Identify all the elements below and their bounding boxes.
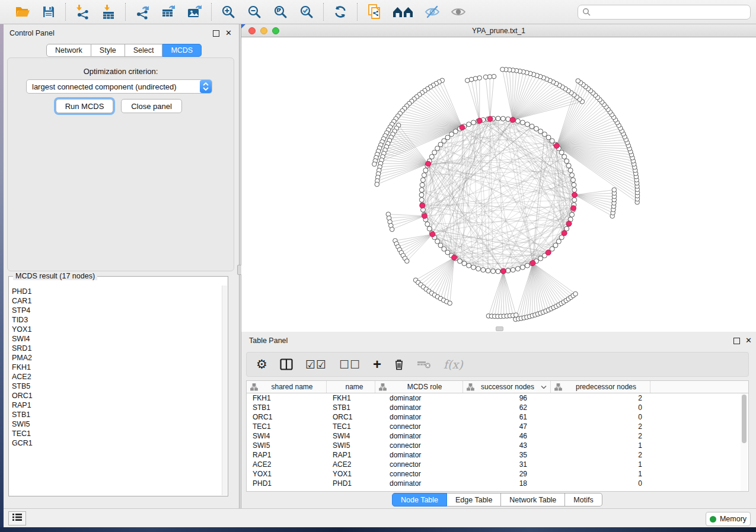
mcds-hub-node[interactable] xyxy=(571,206,576,211)
network-node[interactable] xyxy=(445,135,450,140)
network-node[interactable] xyxy=(404,259,409,264)
table-row[interactable]: SWI4SWI4dominator462 xyxy=(247,431,748,441)
network-node[interactable] xyxy=(483,75,488,79)
refresh-button[interactable] xyxy=(331,3,349,21)
network-node[interactable] xyxy=(481,268,486,273)
close-panel-button[interactable]: Close panel xyxy=(121,99,182,113)
table-row[interactable]: RAP1RAP1dominator352 xyxy=(247,450,748,460)
network-node[interactable] xyxy=(576,79,580,84)
network-node[interactable] xyxy=(462,261,467,266)
network-node[interactable] xyxy=(570,173,575,178)
zoom-selected-button[interactable] xyxy=(298,3,315,21)
table-row[interactable]: TEC1TEC1connector472 xyxy=(247,422,748,431)
control-panel-close-button[interactable]: ✕ xyxy=(225,30,232,36)
network-node[interactable] xyxy=(442,246,446,251)
mcds-result-item[interactable]: STB1 xyxy=(12,410,219,419)
new-network-from-selection-button[interactable] xyxy=(365,3,383,21)
network-node[interactable] xyxy=(432,150,437,155)
mcds-result-item[interactable]: RAP1 xyxy=(12,400,219,410)
network-node[interactable] xyxy=(477,76,482,81)
network-node[interactable] xyxy=(550,139,554,143)
network-node[interactable] xyxy=(511,268,515,273)
network-node[interactable] xyxy=(473,76,478,81)
network-node[interactable] xyxy=(458,259,462,264)
network-node[interactable] xyxy=(372,162,377,166)
mcds-hub-node[interactable] xyxy=(487,116,493,121)
network-node[interactable] xyxy=(538,129,543,134)
first-neighbors-button[interactable] xyxy=(391,3,415,21)
network-node[interactable] xyxy=(525,122,529,127)
import-network-button[interactable] xyxy=(74,3,91,21)
network-node[interactable] xyxy=(553,243,558,248)
network-node[interactable] xyxy=(442,139,446,143)
export-image-button[interactable] xyxy=(186,3,203,21)
network-node[interactable] xyxy=(571,178,576,182)
mcds-list-scrollbar[interactable] xyxy=(222,286,227,495)
mcds-hub-node[interactable] xyxy=(572,193,578,198)
network-node[interactable] xyxy=(572,197,577,202)
network-node[interactable] xyxy=(525,263,529,268)
mcds-hub-node[interactable] xyxy=(500,268,506,274)
column-header-name[interactable]: name xyxy=(327,381,375,393)
table-row[interactable]: STB1STB1dominator620 xyxy=(247,403,748,412)
select-all-checks-icon[interactable]: ☑☑ xyxy=(305,359,327,370)
network-node[interactable] xyxy=(550,246,554,251)
table-row[interactable]: YOX1YOX1connector291 xyxy=(247,469,748,479)
mcds-hub-node[interactable] xyxy=(562,230,567,236)
table-tab-edge-table[interactable]: Edge Table xyxy=(447,493,501,507)
network-node[interactable] xyxy=(520,120,525,125)
network-node[interactable] xyxy=(573,291,578,296)
column-header-successor-nodes[interactable]: successor nodes xyxy=(463,381,551,393)
mcds-result-item[interactable]: CAR1 xyxy=(12,296,219,306)
control-panel-float-button[interactable] xyxy=(213,30,219,37)
network-node[interactable] xyxy=(568,168,573,173)
export-table-button[interactable] xyxy=(160,3,177,21)
table-row[interactable]: PHD1PHD1dominator180 xyxy=(247,479,748,488)
mcds-result-item[interactable]: YOX1 xyxy=(12,325,219,334)
mcds-hub-node[interactable] xyxy=(420,203,425,208)
task-history-button[interactable] xyxy=(8,511,26,525)
network-node[interactable] xyxy=(520,265,525,270)
mcds-hub-node[interactable] xyxy=(422,213,427,219)
network-node[interactable] xyxy=(612,188,617,193)
network-node[interactable] xyxy=(390,227,394,232)
network-node[interactable] xyxy=(487,75,492,79)
open-file-button[interactable] xyxy=(14,3,31,21)
tab-select[interactable]: Select xyxy=(125,44,163,57)
table-scrollbar-thumb[interactable] xyxy=(742,395,747,443)
table-panel-close-button[interactable]: ✕ xyxy=(745,337,752,344)
deselect-all-checks-icon[interactable]: ☐☐ xyxy=(339,359,361,370)
column-header-mcds-role[interactable]: MCDS role xyxy=(375,381,463,393)
network-node[interactable] xyxy=(556,239,561,244)
mcds-result-item[interactable]: SWI4 xyxy=(12,334,219,344)
network-node[interactable] xyxy=(419,193,424,197)
mcds-hub-node[interactable] xyxy=(546,250,551,255)
network-node[interactable] xyxy=(419,197,424,202)
mcds-hub-node[interactable] xyxy=(477,118,482,123)
zoom-out-button[interactable] xyxy=(245,3,263,21)
network-node[interactable] xyxy=(465,78,470,83)
import-table-button[interactable] xyxy=(100,3,117,21)
network-node[interactable] xyxy=(420,178,425,182)
network-node[interactable] xyxy=(419,188,424,193)
network-node[interactable] xyxy=(422,173,426,178)
mcds-hub-node[interactable] xyxy=(452,255,457,260)
network-node[interactable] xyxy=(562,155,567,159)
network-node[interactable] xyxy=(435,239,440,244)
network-node[interactable] xyxy=(566,164,571,168)
mcds-result-item[interactable]: ORC1 xyxy=(12,391,219,400)
network-node[interactable] xyxy=(425,222,430,226)
network-node[interactable] xyxy=(375,182,379,187)
settings-gear-icon[interactable]: ⚙ xyxy=(256,358,267,371)
mcds-result-item[interactable]: PHD1 xyxy=(12,287,219,296)
network-node[interactable] xyxy=(448,301,452,306)
table-row[interactable]: SWI5SWI5connector431 xyxy=(247,441,748,450)
mcds-result-item[interactable]: GCR1 xyxy=(12,438,219,448)
network-node[interactable] xyxy=(572,188,577,193)
mcds-result-item[interactable]: SRD1 xyxy=(12,344,219,353)
mcds-hub-node[interactable] xyxy=(566,221,572,226)
table-tab-motifs[interactable]: Motifs xyxy=(565,493,602,507)
zoom-fit-button[interactable] xyxy=(272,3,289,21)
show-columns-icon[interactable] xyxy=(280,358,293,370)
memory-button[interactable]: Memory xyxy=(706,512,751,526)
